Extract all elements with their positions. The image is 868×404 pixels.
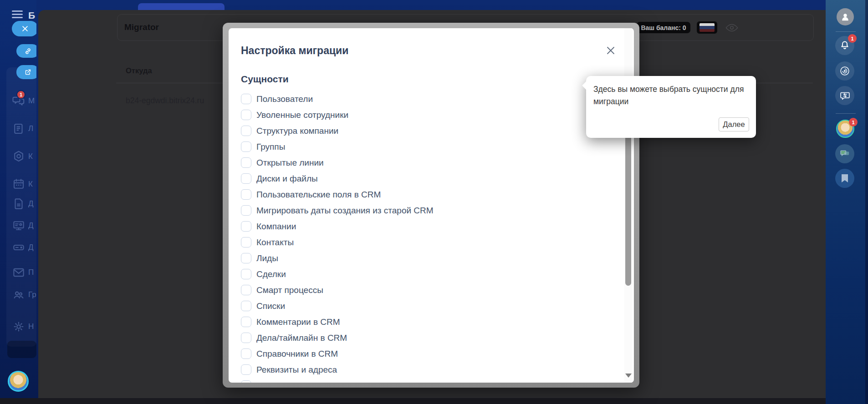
checkbox[interactable] [241,301,251,311]
checkbox[interactable] [241,317,251,327]
entity-row[interactable]: Комментарии в CRM [241,314,616,330]
open-in-new-window-button[interactable] [16,65,36,79]
entity-row[interactable]: Дела/таймлайн в CRM [241,330,616,346]
sidebar-item-label[interactable]: Д [28,243,34,252]
boards-icon[interactable] [12,219,26,232]
current-user-avatar[interactable] [8,371,29,392]
entity-label: Пользователи [256,94,313,104]
entity-row[interactable]: Сделки [241,266,616,282]
logo-letter: Б [28,10,35,21]
sidebar-item-label[interactable]: К [28,152,33,161]
entity-row[interactable]: Компании [241,218,616,234]
sidebar-item-label[interactable]: Д [28,199,34,208]
divider [836,113,856,114]
entity-label: Пользовательские поля в CRM [256,190,381,200]
checkbox[interactable] [241,141,251,152]
close-icon [21,25,29,33]
modal-title: Настройка миграции [241,45,348,57]
drive-icon[interactable] [12,241,26,254]
entity-row[interactable]: Реквизиты и адреса [241,362,616,378]
notifications-badge: 1 [848,34,857,43]
entity-row[interactable]: Структура компании [241,123,616,139]
table-column-header: Откуда [126,66,152,75]
checkbox[interactable] [241,364,251,375]
entity-label: Компании [256,222,296,232]
checkbox[interactable] [241,173,251,184]
entity-label: Уволенные сотрудники [256,110,348,120]
entity-row[interactable]: Пользовательские поля в CRM [241,187,616,202]
checkbox[interactable] [241,237,251,247]
entity-row[interactable]: Списки [241,298,616,314]
mail-icon[interactable] [12,266,26,279]
right-sidebar: 1 1 [826,0,868,404]
feed-icon[interactable] [12,122,26,136]
entity-row[interactable]: Пользователи [241,91,616,107]
messenger-chat-icon[interactable] [835,144,854,163]
checkbox[interactable] [241,126,251,136]
sidebar-item-label[interactable]: Гр [28,290,36,299]
checkbox[interactable] [241,110,251,120]
scrollbar-down-arrow-icon[interactable] [625,374,632,378]
eye-icon[interactable] [725,24,738,32]
checkbox[interactable] [241,348,251,359]
checkbox[interactable] [241,253,251,263]
messenger-badge: 1 [16,90,26,99]
calendar-icon[interactable] [12,177,26,191]
settings-icon[interactable] [12,320,26,333]
entity-label: Группы [256,142,285,152]
entity-row[interactable]: Справочники в CRM [241,346,616,362]
slider-close-button[interactable] [12,21,36,36]
sidebar-item-label[interactable]: Н [28,322,34,331]
checkbox[interactable] [241,205,251,216]
entity-row[interactable]: Мигрировать даты создания из старой CRM [241,202,616,218]
profile-avatar-icon[interactable] [837,8,854,25]
entities-section-title: Сущности [241,74,289,85]
sidebar-item-label[interactable]: Л [28,124,33,133]
docs-icon[interactable] [12,197,26,211]
external-link-icon [24,68,32,76]
modal-close-button[interactable] [606,45,618,57]
copy-link-button[interactable] [16,44,36,58]
sidebar-item-label[interactable]: П [28,268,34,277]
modal-frame: Настройка миграции Сущности Пользователи… [223,23,639,388]
entity-label: Мигрировать даты создания из старой CRM [256,206,434,216]
entity-label: Диски и файлы [256,174,318,184]
next-button[interactable]: Далее [719,117,749,131]
language-flag-button[interactable] [697,21,717,34]
entity-label: Списки [256,301,285,311]
checkbox[interactable] [241,94,251,104]
app-tab[interactable] [138,3,225,10]
checkbox[interactable] [241,333,251,343]
entity-row[interactable]: Смарт процессы [241,282,616,298]
groups-icon[interactable] [12,288,26,302]
checkbox[interactable] [241,157,251,168]
checkbox[interactable] [241,189,251,200]
checkbox[interactable] [241,221,251,232]
sidebar-item-label[interactable]: К [28,180,33,189]
entity-label: Справочники в CRM [256,349,338,359]
entity-label: Сделки [256,269,286,279]
entity-row[interactable]: Лиды [241,250,616,266]
bookmark-icon[interactable] [835,169,854,188]
sidebar-bottom-button[interactable] [7,341,36,358]
crm-icon[interactable] [12,150,26,163]
table-row[interactable]: b24-egdwdi.bitrix24.ru [126,96,204,106]
entity-label: Структура компании [256,126,338,136]
entity-row[interactable]: Уволенные сотрудники [241,107,616,123]
hamburger-icon[interactable] [12,10,23,18]
sidebar-item-label[interactable]: М [28,96,35,106]
entity-row[interactable]: Диски и файлы [241,171,616,187]
entity-row[interactable] [241,378,616,383]
checkbox[interactable] [241,380,251,383]
balance-badge[interactable]: Ваш баланс: 0 [637,22,690,33]
checkbox[interactable] [241,285,251,295]
entity-row[interactable]: Контакты [241,234,616,250]
entity-label: Комментарии в CRM [256,317,340,327]
entity-row[interactable]: Открытые линии [241,155,616,171]
entity-row[interactable]: Группы [241,139,616,155]
app-title: Migrator [124,22,159,32]
checkbox[interactable] [241,269,251,279]
copilot-icon[interactable] [835,61,854,81]
sidebar-item-label[interactable]: Д [28,221,34,230]
chat-transfer-icon[interactable] [835,86,854,105]
